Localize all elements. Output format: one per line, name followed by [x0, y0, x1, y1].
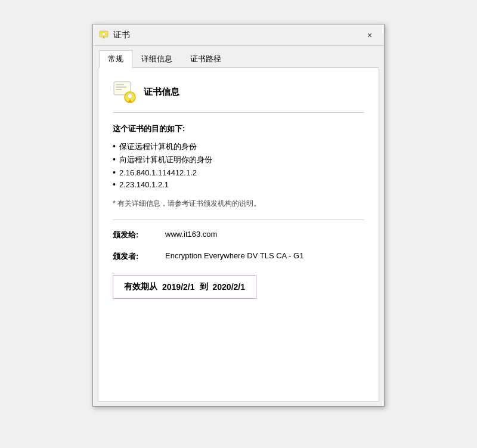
tab-cert-path[interactable]: 证书路径 [181, 50, 230, 68]
list-item: 2.16.840.1.114412.1.2 [113, 166, 364, 178]
list-item: 保证远程计算机的身份 [113, 140, 364, 153]
issued-to-label: 颁发给: [113, 230, 160, 240]
purpose-list: 保证远程计算机的身份 向远程计算机证明你的身份 2.16.840.1.11441… [113, 140, 364, 190]
validity-box: 有效期从 2019/2/1 到 2020/2/1 [113, 275, 256, 299]
certificate-dialog: 证书 × 常规 详细信息 证书路径 证书信息 这个证书的目的如下: [92, 24, 385, 407]
close-button[interactable]: × [363, 28, 377, 42]
tab-bar: 常规 详细信息 证书路径 [93, 46, 384, 67]
issued-by-row: 颁发者: Encryption Everywhere DV TLS CA - G… [113, 251, 364, 262]
cert-header: 证书信息 [113, 80, 364, 113]
note-text: * 有关详细信息，请参考证书颁发机构的说明。 [113, 199, 364, 209]
validity-label-from: 有效期从 [124, 282, 157, 292]
validity-date-to: 2020/2/1 [213, 282, 246, 292]
validity-date-from: 2019/2/1 [162, 282, 195, 292]
issued-to-value: www.it163.com [160, 230, 217, 239]
list-item: 2.23.140.1.2.1 [113, 178, 364, 190]
svg-rect-5 [116, 86, 126, 88]
window-title: 证书 [113, 30, 130, 41]
certificate-icon [113, 80, 137, 104]
cert-info-title: 证书信息 [144, 86, 179, 98]
issued-by-label: 颁发者: [113, 251, 160, 262]
cert-title-icon [99, 30, 109, 40]
list-item: 向远程计算机证明你的身份 [113, 153, 364, 166]
svg-rect-4 [116, 84, 124, 85]
title-bar-left: 证书 [99, 30, 130, 41]
svg-rect-6 [116, 89, 122, 90]
validity-label-to: 到 [200, 282, 208, 292]
title-bar: 证书 × [93, 24, 384, 46]
svg-point-1 [103, 32, 106, 35]
tab-details[interactable]: 详细信息 [132, 50, 181, 68]
purpose-title: 这个证书的目的如下: [113, 123, 364, 134]
divider [113, 220, 364, 220]
issued-by-value: Encryption Everywhere DV TLS CA - G1 [160, 251, 303, 260]
issued-to-row: 颁发给: www.it163.com [113, 230, 364, 240]
purpose-section: 这个证书的目的如下: 保证远程计算机的身份 向远程计算机证明你的身份 2.16.… [113, 123, 364, 209]
svg-point-8 [128, 94, 132, 98]
content-area: 证书信息 这个证书的目的如下: 保证远程计算机的身份 向远程计算机证明你的身份 … [98, 67, 379, 401]
tab-general[interactable]: 常规 [99, 50, 132, 68]
